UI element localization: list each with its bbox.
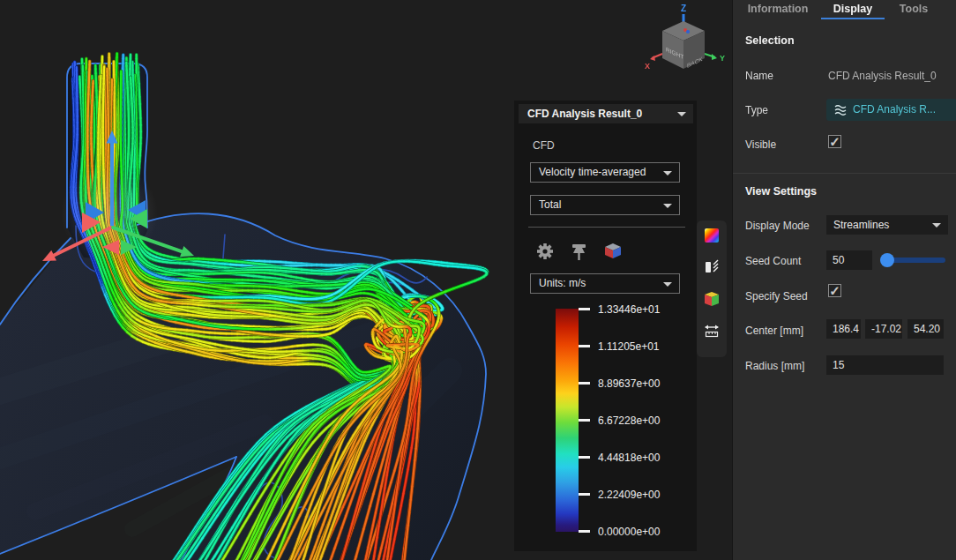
group-label: CFD	[533, 139, 555, 152]
visible-checkbox[interactable]: ✓	[828, 135, 841, 148]
y-axis-arrow	[712, 54, 717, 60]
y-axis-label: Y	[720, 54, 725, 63]
colorbar-tick-label: 4.44818e+00	[598, 452, 660, 464]
colorbar-tick-label: 1.11205e+01	[598, 340, 660, 353]
tab-information[interactable]: Information	[740, 0, 816, 19]
chevron-down-icon	[932, 223, 941, 228]
visible-label: Visible	[745, 138, 776, 151]
display-mode-label: Display Mode	[745, 220, 810, 232]
x-axis-arrow	[650, 56, 655, 61]
type-button[interactable]: CFD Analysis R...	[826, 99, 956, 121]
specify-seed-checkbox[interactable]: ✓	[828, 284, 841, 297]
colorbar-tick	[579, 345, 590, 347]
z-axis-label: Z	[681, 4, 686, 13]
field-selector[interactable]: Velocity time-averaged	[530, 162, 680, 183]
properties-panel: Information Display Tools Selection Name…	[732, 0, 956, 560]
cfd-overlay-panel: CFD Analysis Result_0 CFD Velocity time-…	[514, 101, 697, 551]
colorbar	[556, 309, 579, 532]
settings-icon[interactable]	[537, 243, 553, 259]
colorbar-tick	[579, 308, 590, 310]
colorbar-tick-label: 2.22409e+00	[598, 489, 660, 501]
component-selector[interactable]: Total	[530, 195, 680, 215]
pin-icon[interactable]	[572, 244, 586, 260]
name-value: CFD Analysis Result_0	[828, 70, 937, 82]
measure-icon[interactable]	[704, 323, 720, 339]
divider	[733, 173, 956, 174]
result-selector-value: CFD Analysis Result_0	[527, 108, 642, 120]
divider	[528, 227, 685, 228]
name-label: Name	[745, 70, 773, 82]
chevron-down-icon	[677, 112, 686, 116]
colorbar-tick	[579, 419, 590, 422]
units-selector-value: Units: m/s	[539, 277, 586, 289]
tab-bar: Information Display Tools	[733, 0, 956, 19]
clip-plane-icon[interactable]	[704, 259, 720, 275]
center-x-field[interactable]: 186.4	[826, 319, 861, 339]
colorbar-tick	[579, 530, 590, 533]
orientation-cube-icon[interactable]	[704, 291, 720, 307]
radius-label: Radius [mm]	[745, 360, 804, 372]
view-settings-section-title: View Settings	[745, 185, 817, 198]
viewport-toolbar	[697, 220, 727, 357]
colorbar-tick-label: 1.33446e+01	[598, 303, 660, 316]
radius-field[interactable]: 15	[826, 355, 944, 375]
tab-tools[interactable]: Tools	[892, 0, 936, 19]
overlay-icon-row	[535, 240, 641, 263]
result-selector[interactable]: CFD Analysis Result_0	[519, 104, 693, 123]
seed-count-field[interactable]: 50	[826, 250, 872, 270]
active-tab-indicator	[821, 18, 885, 19]
chevron-down-icon	[663, 171, 672, 175]
center-y-field[interactable]: -17.02	[865, 319, 902, 339]
colorbar-tick-label: 0.00000e+00	[598, 526, 660, 538]
seed-count-slider[interactable]	[880, 258, 945, 263]
cube-origin-marker2	[686, 30, 690, 34]
colorbar-tick	[579, 493, 590, 496]
type-label: Type	[745, 104, 768, 116]
display-mode-dropdown[interactable]: Streamlines	[826, 215, 948, 235]
type-value: CFD Analysis R...	[853, 99, 936, 121]
chevron-down-icon	[663, 204, 672, 208]
slider-handle[interactable]	[880, 253, 894, 267]
component-selector-value: Total	[539, 198, 561, 211]
tab-display[interactable]: Display	[821, 0, 885, 19]
app-window: Z X Y RIGHT BACK CFD Analysis Result_0 C…	[0, 0, 956, 560]
x-axis-label: X	[645, 62, 650, 71]
specify-seed-label: Specify Seed	[745, 290, 808, 302]
navigation-cube[interactable]: Z X Y RIGHT BACK	[642, 0, 730, 88]
center-z-field[interactable]: 54.20	[907, 319, 944, 339]
field-selector-value: Velocity time-averaged	[539, 166, 646, 178]
clip-cube-icon[interactable]	[605, 243, 621, 258]
colorbar-tick-label: 8.89637e+00	[598, 377, 660, 390]
display-mode-value: Streamlines	[833, 219, 889, 231]
colorbar-tick	[579, 456, 590, 459]
seed-count-label: Seed Count	[745, 255, 801, 267]
colorbar-tick	[579, 382, 590, 385]
cfd-layers-icon	[833, 102, 848, 118]
colorbar-labels: 1.33446e+011.11205e+018.89637e+006.67228…	[579, 303, 693, 533]
units-selector[interactable]: Units: m/s	[530, 273, 680, 294]
selection-section-title: Selection	[745, 34, 795, 47]
center-label: Center [mm]	[745, 325, 803, 337]
colormap-icon[interactable]	[704, 228, 720, 243]
colorbar-tick-label: 6.67228e+00	[598, 414, 660, 427]
chevron-down-icon	[663, 282, 672, 287]
